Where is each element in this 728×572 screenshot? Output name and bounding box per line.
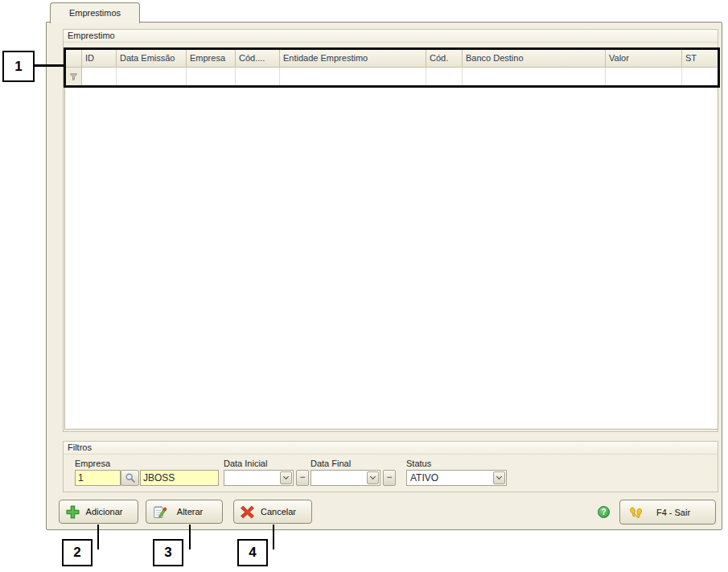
filter-cell-cod-banco[interactable] [426, 68, 463, 85]
empresa-code-input[interactable] [75, 470, 121, 486]
tab-label: Emprestimos [69, 8, 121, 18]
column-header-banco-destino[interactable]: Banco Destino [463, 50, 606, 68]
cancelar-button[interactable]: Cancelar [233, 500, 312, 524]
emprestimo-panel-caption: Emprestimo [64, 30, 718, 43]
chevron-down-icon [496, 474, 502, 479]
edit-notepad-icon [152, 504, 167, 521]
callout-2: 2 [62, 539, 93, 566]
column-header-valor[interactable]: Valor [606, 50, 682, 68]
red-x-icon [240, 504, 255, 521]
chevron-down-icon [370, 474, 376, 479]
adicionar-button[interactable]: Adicionar [59, 500, 138, 524]
data-final-dropdown-button[interactable] [367, 471, 379, 484]
filtros-panel-caption: Filtros [64, 442, 718, 455]
status-value: ATIVO [407, 472, 493, 484]
callout-1-line [35, 64, 64, 67]
alterar-button[interactable]: Alterar [146, 500, 223, 524]
magnifier-icon [125, 472, 136, 484]
column-header-cod-banco[interactable]: Cód. [426, 50, 463, 68]
filter-cell-valor[interactable] [606, 68, 682, 85]
minus-icon: − [299, 471, 305, 483]
data-inicial-clear-button[interactable]: − [296, 470, 309, 486]
column-header-id[interactable]: ID [82, 50, 117, 68]
filter-cell-id[interactable] [82, 68, 117, 85]
callout-4-line [273, 525, 274, 549]
filter-cell-empresa[interactable] [187, 68, 236, 85]
status-dropdown-button[interactable] [493, 471, 505, 484]
chevron-down-icon [283, 474, 289, 479]
filter-cell-entidade-emprestimo[interactable] [280, 68, 426, 85]
filter-row-button[interactable] [66, 68, 82, 85]
grid-filter-row [66, 68, 718, 85]
grid-header-row: ID Data Emissão Empresa Cód.... Entidade… [66, 50, 718, 68]
column-header-st[interactable]: ST [682, 50, 718, 68]
footsteps-icon [628, 505, 644, 522]
data-final-clear-button[interactable]: − [383, 470, 396, 486]
empresa-name-input[interactable] [140, 470, 219, 486]
data-inicial-combo[interactable] [224, 470, 294, 486]
column-header-empresa[interactable]: Empresa [187, 50, 236, 68]
status-combo[interactable]: ATIVO [406, 470, 507, 486]
data-inicial-label: Data Inicial [224, 459, 267, 468]
sair-button[interactable]: F4 - Sair [619, 500, 716, 525]
callout-3: 3 [153, 539, 183, 566]
callout-1: 1 [2, 51, 35, 82]
data-final-combo[interactable] [311, 470, 380, 486]
minus-icon: − [386, 471, 392, 483]
plus-icon [65, 504, 80, 521]
column-header-data-emissao[interactable]: Data Emissão [117, 50, 187, 68]
status-label: Status [406, 459, 431, 468]
column-header-entidade-emprestimo[interactable]: Entidade Emprestimo [280, 50, 426, 68]
callout-4: 4 [237, 539, 268, 566]
filter-cell-st[interactable] [682, 68, 718, 85]
filter-cell-banco-destino[interactable] [463, 68, 606, 85]
filter-cell-data-emissao[interactable] [117, 68, 187, 85]
filtros-panel: Filtros Empresa Data Inicial − Data Fina… [63, 441, 718, 492]
column-header-cod-entidade[interactable]: Cód.... [236, 50, 280, 68]
callout-2-line [97, 525, 99, 549]
filter-funnel-icon [69, 72, 78, 81]
emprestimo-panel: Emprestimo ID Data Emissão Empresa Cód..… [63, 29, 718, 432]
empresa-lookup-button[interactable] [121, 470, 139, 486]
loans-grid-header-area: ID Data Emissão Empresa Cód.... Entidade… [64, 47, 720, 88]
column-header-indicator [66, 50, 82, 68]
data-final-label: Data Final [311, 459, 351, 468]
empresa-label: Empresa [75, 459, 110, 468]
tab-emprestimos[interactable]: Emprestimos [50, 2, 140, 23]
data-inicial-dropdown-button[interactable] [280, 471, 292, 484]
filter-cell-cod-entidade[interactable] [236, 68, 280, 85]
loans-grid-data-area[interactable] [64, 88, 718, 430]
help-icon[interactable]: ? [598, 506, 610, 518]
emprestimos-tab-page: Emprestimo ID Data Emissão Empresa Cód..… [46, 22, 722, 530]
callout-3-line [189, 525, 191, 549]
